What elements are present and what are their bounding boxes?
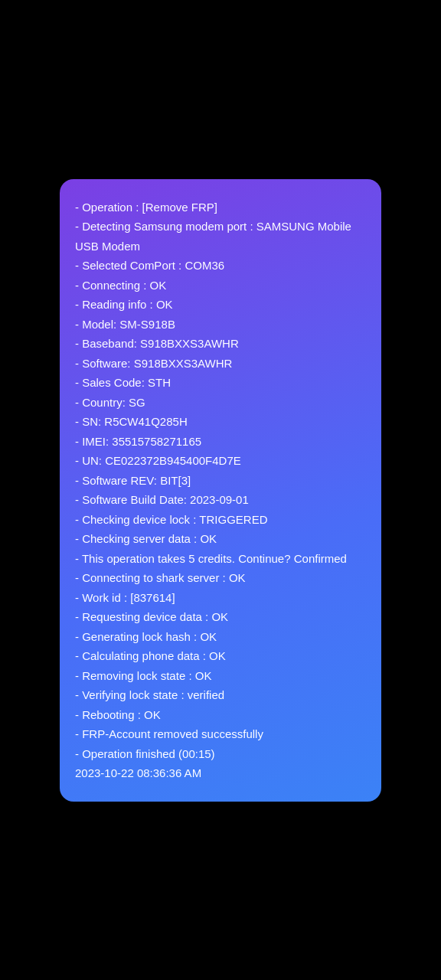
- log-panel: - Operation : [Remove FRP] - Detecting S…: [60, 179, 381, 802]
- log-output: - Operation : [Remove FRP] - Detecting S…: [75, 198, 366, 783]
